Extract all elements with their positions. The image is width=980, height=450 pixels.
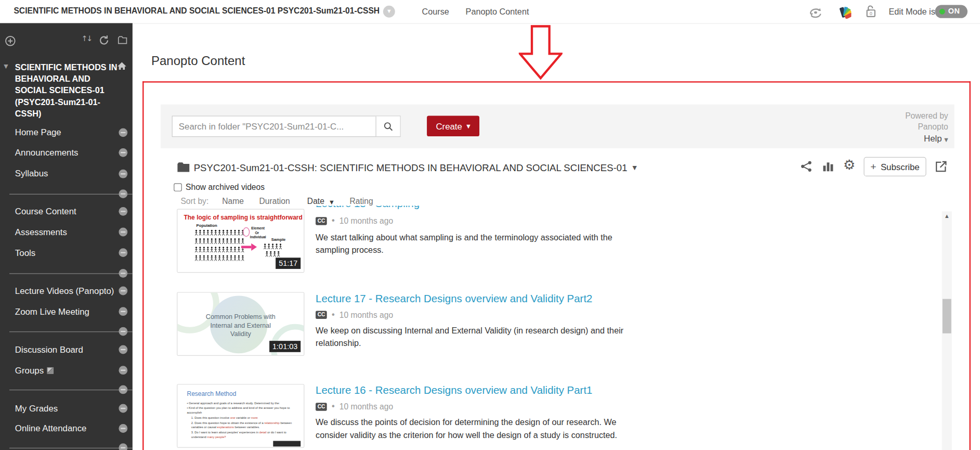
sidebar-item-my-grades[interactable]: My Grades [15, 403, 58, 413]
sidebar-item-online-attendance[interactable]: Online Attendance [15, 423, 87, 433]
menu-item-handle[interactable] [119, 345, 127, 354]
video-thumbnail-sampling[interactable]: The logic of sampling is straightforward… [177, 209, 304, 273]
slide-bullet-text: • General approach and goals of a resear… [187, 401, 294, 440]
search-box [172, 115, 401, 137]
scrollbar-up-arrow[interactable]: ▲ [942, 211, 952, 221]
sidebar-item-home-page[interactable]: Home Page [15, 127, 61, 137]
sidebar-item-announcements[interactable]: Announcements [15, 148, 79, 158]
search-icon [383, 121, 393, 132]
video-age: 10 months ago [339, 402, 393, 412]
sidebar-item-groups[interactable]: Groups [15, 365, 54, 375]
menu-item-handle[interactable] [119, 307, 127, 316]
duration-badge-clipped [273, 441, 300, 447]
menu-item-handle[interactable] [119, 287, 127, 295]
svg-text:Population: Population [196, 223, 217, 228]
menu-item-handle[interactable] [119, 404, 127, 413]
sidebar-divider [9, 390, 133, 390]
video-age: 10 months ago [339, 310, 393, 319]
sort-option-rating[interactable]: Rating [349, 196, 373, 205]
menu-item-handle[interactable] [119, 385, 127, 394]
svg-text:Individual: Individual [250, 235, 266, 239]
theme-picker-icon[interactable] [839, 4, 851, 19]
video-thumbnail-research-method[interactable]: Research Method • General approach and g… [177, 384, 304, 448]
powered-by: Powered by Panopto [905, 111, 948, 132]
scrollbar-thumb[interactable] [943, 299, 951, 333]
stats-bar-chart-icon[interactable] [822, 161, 834, 172]
sort-bar: Sort by: Name Duration Date ▼ Rating [180, 196, 373, 205]
sort-caret-icon: ▼ [330, 199, 333, 205]
add-menu-item-icon[interactable] [5, 36, 16, 46]
menu-item-handle[interactable] [119, 189, 127, 198]
page: SCIENTIFIC METHODS IN BEHAVIORAL AND SOC… [0, 0, 980, 450]
sidebar-item-tools[interactable]: Tools [15, 248, 35, 258]
create-button[interactable]: Create ▼ [427, 115, 479, 136]
sidebar-course-title[interactable]: SCIENTIFIC METHODS IN BEHAVIORAL AND SOC… [15, 62, 117, 120]
sidebar-item-lecture-videos[interactable]: Lecture Videos (Panopto) [15, 286, 114, 295]
edit-mode-toggle[interactable]: ON [935, 5, 968, 18]
menu-item-handle[interactable] [119, 269, 127, 278]
video-list: Lecture 18 - Sampling The logic of sampl… [161, 206, 940, 450]
sort-option-duration[interactable]: Duration [259, 196, 290, 205]
share-icon[interactable] [801, 161, 812, 172]
cc-badge: CC [316, 311, 327, 319]
video-title[interactable]: Lecture 17 - Research Designs overview a… [316, 293, 592, 305]
video-age: 10 months ago [339, 216, 393, 226]
video-thumbnail-validity2[interactable]: Common Problems with Internal and Extern… [177, 292, 304, 356]
search-button[interactable] [375, 117, 400, 136]
sort-option-name[interactable]: Name [222, 196, 244, 205]
video-meta: CC • 10 months ago [316, 402, 393, 412]
home-icon [117, 61, 127, 71]
menu-item-handle[interactable] [119, 228, 127, 237]
course-menu-chevron-icon[interactable]: ▼ [383, 6, 395, 18]
duration-badge: 51:17 [276, 258, 300, 269]
course-sidebar: ↑↓ ▼ SCIENTIFIC METHODS IN BEHAVIORAL AN… [0, 23, 133, 450]
show-archived-label: Show archived videos [186, 183, 265, 192]
sidebar-item-syllabus[interactable]: Syllabus [15, 168, 48, 178]
show-archived-checkbox[interactable] [174, 183, 182, 191]
sidebar-item-course-content[interactable]: Course Content [15, 207, 76, 216]
breadcrumb-panopto-content[interactable]: Panopto Content [466, 7, 529, 16]
video-title-clipped[interactable]: Lecture 18 - Sampling [316, 206, 641, 212]
menu-item-handle[interactable] [119, 207, 127, 216]
sidebar-item-zoom-live-meeting[interactable]: Zoom Live Meeting [15, 306, 89, 316]
sidebar-item-assessments[interactable]: Assessments [15, 227, 67, 237]
breadcrumb-course[interactable]: Course [422, 7, 449, 16]
menu-item-handle[interactable] [119, 424, 127, 433]
video-description: We start talking about what sampling is … [316, 232, 631, 256]
video-title[interactable]: Lecture 16 - Research Designs overview a… [316, 384, 592, 397]
sidebar-divider [9, 448, 133, 448]
menu-item-handle[interactable] [119, 170, 127, 178]
menu-item-handle[interactable] [119, 327, 127, 336]
collapse-caret-icon[interactable]: ▼ [4, 63, 8, 69]
open-in-new-window-icon[interactable] [935, 161, 947, 173]
caret-down-icon: ▼ [466, 124, 470, 130]
annotation-down-arrow [519, 25, 563, 80]
folder-dropdown-caret-icon[interactable]: ▼ [633, 164, 637, 171]
student-preview-icon[interactable] [807, 6, 824, 18]
list-scrollbar[interactable]: ▲ [942, 211, 952, 450]
subscribe-button[interactable]: + Subscribe [864, 157, 926, 176]
video-meta: CC • 10 months ago [316, 216, 393, 226]
settings-gear-icon[interactable]: ⚙ [843, 157, 856, 173]
video-description: We keep on discussing Internal and Exter… [316, 325, 631, 349]
sort-option-date-selected[interactable]: Date [307, 196, 324, 205]
video-description: We discuss the points of decision for de… [316, 417, 631, 441]
hidden-from-students-icon [47, 367, 54, 374]
help-link[interactable]: Help ▼ [924, 133, 948, 143]
menu-item-handle[interactable] [119, 248, 127, 257]
cc-badge: CC [316, 217, 327, 225]
menu-item-handle[interactable] [119, 148, 127, 157]
course-title: SCIENTIFIC METHODS IN BEHAVIORAL AND SOC… [14, 6, 380, 16]
folder-title[interactable]: PSYC201-Sum21-01-CSSH: SCIENTIFIC METHOD… [194, 163, 628, 174]
sidebar-divider [9, 194, 133, 195]
reorder-arrows-icon[interactable]: ↑↓ [81, 34, 91, 43]
menu-item-handle[interactable] [119, 443, 127, 450]
folder-view-icon[interactable] [117, 36, 127, 45]
sidebar-item-discussion-board[interactable]: Discussion Board [15, 344, 83, 354]
unlocked-padlock-icon[interactable]: 0 [865, 4, 877, 19]
refresh-icon[interactable] [99, 35, 109, 45]
menu-item-handle[interactable] [119, 366, 127, 375]
meta-bullet: • [331, 402, 335, 412]
search-input[interactable] [173, 117, 376, 136]
menu-item-handle[interactable] [119, 128, 127, 137]
